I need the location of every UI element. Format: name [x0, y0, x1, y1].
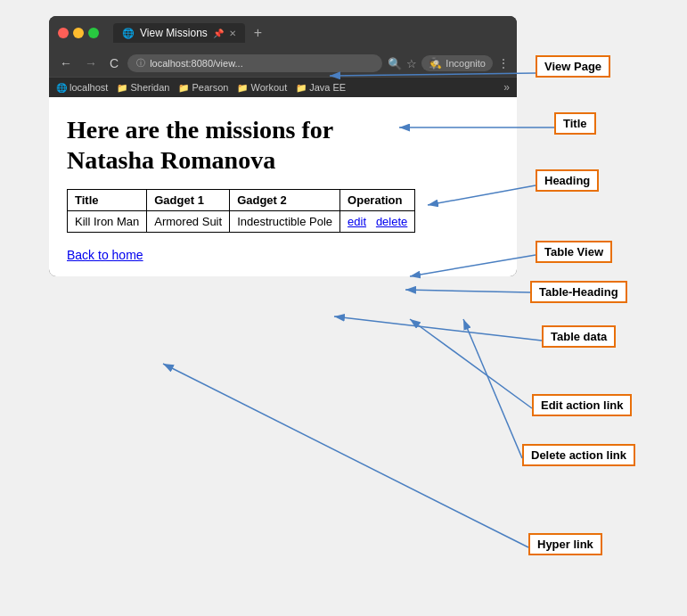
- cell-operation: edit delete: [340, 211, 415, 233]
- svg-line-9: [163, 364, 528, 547]
- delete-link[interactable]: delete: [376, 215, 407, 228]
- back-to-home-link[interactable]: Back to home: [67, 248, 143, 262]
- bookmark-folder-icon-2: 📁: [178, 83, 189, 93]
- bookmarks-bar: 🌐 localhost 📁 Sheridan 📁 Pearson 📁 Worko…: [49, 77, 517, 97]
- incognito-icon: 🕵️: [429, 57, 442, 70]
- annotation-table-heading: Table-Heading: [530, 281, 627, 303]
- browser-titlebar: 🌐 View Missions 📌 ✕ +: [49, 16, 517, 50]
- edit-link[interactable]: edit: [348, 215, 366, 228]
- cell-gadget1: Armored Suit: [147, 211, 230, 233]
- cell-gadget2: Indestructible Pole: [230, 211, 340, 233]
- bookmark-localhost[interactable]: 🌐 localhost: [56, 82, 108, 93]
- tab-area: 🌐 View Missions 📌 ✕ +: [113, 23, 508, 43]
- table-header-row: Title Gadget 1 Gadget 2 Operation: [68, 190, 415, 211]
- annotation-title: Title: [554, 112, 596, 135]
- forward-button[interactable]: →: [81, 54, 101, 72]
- bookmark-pearson-label: Pearson: [192, 82, 228, 93]
- annotation-heading: Heading: [536, 169, 599, 192]
- bookmark-sheridan-label: Sheridan: [130, 82, 169, 93]
- col-header-title: Title: [68, 190, 147, 211]
- bookmark-sheridan[interactable]: 📁 Sheridan: [117, 82, 169, 93]
- nav-icons: 🔍 ☆ 🕵️ Incognito ⋮: [388, 55, 510, 71]
- page-heading: Here are the missions for Natasha Romano…: [67, 115, 499, 175]
- annotation-hyper-link: Hyper link: [528, 533, 602, 555]
- page-content: Here are the missions for Natasha Romano…: [49, 97, 517, 276]
- back-button[interactable]: ←: [56, 54, 76, 72]
- heading-line1: Here are the missions for: [67, 116, 333, 144]
- maximize-button[interactable]: [88, 28, 99, 38]
- close-button[interactable]: [58, 28, 69, 38]
- bookmark-javaee-label: Java EE: [309, 82, 346, 93]
- browser-window: 🌐 View Missions 📌 ✕ + ← → C ⓘ localhost:…: [49, 16, 517, 276]
- bookmark-pearson[interactable]: 📁 Pearson: [178, 82, 228, 93]
- svg-line-8: [463, 319, 522, 458]
- address-text: localhost:8080/view...: [150, 58, 243, 69]
- col-header-operation: Operation: [340, 190, 415, 211]
- svg-line-7: [410, 319, 532, 408]
- active-tab[interactable]: 🌐 View Missions 📌 ✕: [113, 23, 245, 43]
- incognito-label: Incognito: [446, 58, 486, 69]
- bookmark-folder-icon-1: 📁: [117, 83, 127, 93]
- annotation-view-page: View Page: [536, 55, 610, 78]
- bookmark-folder-icon-3: 📁: [237, 83, 248, 93]
- cell-title: Kill Iron Man: [68, 211, 147, 233]
- bookmark-globe-icon: 🌐: [56, 83, 67, 93]
- new-tab-button[interactable]: +: [249, 25, 267, 41]
- lock-icon: ⓘ: [136, 57, 145, 70]
- table-row: Kill Iron Man Armored Suit Indestructibl…: [68, 211, 415, 233]
- tab-close-button[interactable]: ✕: [229, 29, 236, 38]
- browser-navbar: ← → C ⓘ localhost:8080/view... 🔍 ☆ 🕵️ In…: [49, 50, 517, 77]
- bookmark-localhost-label: localhost: [70, 82, 108, 93]
- col-header-gadget1: Gadget 1: [147, 190, 230, 211]
- tab-title: View Missions: [140, 27, 208, 39]
- traffic-lights: [58, 28, 99, 38]
- search-icon[interactable]: 🔍: [388, 57, 402, 70]
- annotation-table-view: Table View: [536, 241, 612, 263]
- incognito-button[interactable]: 🕵️ Incognito: [421, 55, 493, 71]
- more-options-icon[interactable]: ⋮: [497, 56, 510, 70]
- bookmark-icon[interactable]: ☆: [406, 57, 417, 70]
- bookmark-folder-icon-4: 📁: [296, 83, 307, 93]
- reload-button[interactable]: C: [106, 54, 122, 72]
- col-header-gadget2: Gadget 2: [230, 190, 340, 211]
- bookmark-javaee[interactable]: 📁 Java EE: [296, 82, 346, 93]
- bookmarks-more-icon[interactable]: »: [503, 81, 510, 94]
- tab-globe-icon: 🌐: [122, 28, 135, 39]
- svg-line-5: [405, 290, 530, 292]
- tab-pin-icon: 📌: [213, 29, 224, 38]
- annotation-edit-action: Edit action link: [532, 394, 632, 416]
- svg-line-6: [334, 316, 542, 341]
- annotation-table-data: Table data: [542, 325, 616, 348]
- heading-line2: Natasha Romanova: [67, 146, 275, 174]
- annotation-delete-action: Delete action link: [522, 444, 635, 466]
- address-bar[interactable]: ⓘ localhost:8080/view...: [127, 54, 382, 72]
- bookmark-workout-label: Workout: [250, 82, 287, 93]
- bookmark-workout[interactable]: 📁 Workout: [237, 82, 287, 93]
- minimize-button[interactable]: [73, 28, 84, 38]
- missions-table: Title Gadget 1 Gadget 2 Operation Kill I…: [67, 189, 415, 233]
